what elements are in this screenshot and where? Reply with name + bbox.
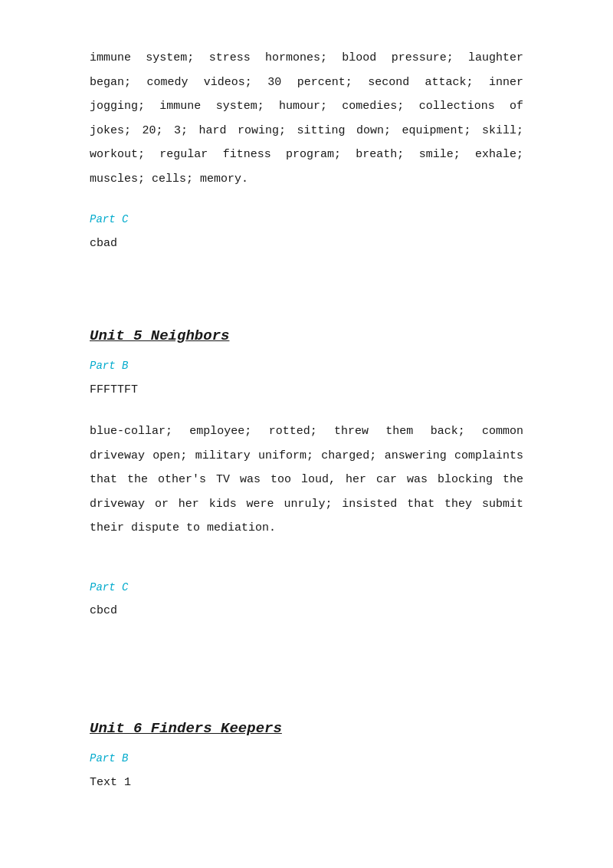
section1-part-label: Part C: [90, 209, 523, 230]
unit5-vocab-block: blue-collar; employee; rotted; threw the…: [90, 419, 523, 541]
intro-text: immune system; stress hormones; blood pr…: [90, 51, 523, 186]
unit5-partb-label: Part B: [90, 356, 523, 376]
section1-answer: cbad: [90, 233, 523, 255]
unit5-title: Unit 5 Neighbors: [90, 322, 523, 350]
intro-text-block: immune system; stress hormones; blood pr…: [90, 46, 523, 191]
unit5-tf-answer: FFFTTFT: [90, 380, 523, 402]
unit6-partb-answer: Text 1: [90, 772, 523, 794]
unit5-partc-answer: cbcd: [90, 600, 523, 623]
unit6-title: Unit 6 Finders Keepers: [90, 715, 523, 742]
unit5-partc-label: Part C: [90, 577, 523, 598]
unit5-vocab-text: blue-collar; employee; rotted; threw the…: [90, 425, 523, 534]
unit6-partb-label: Part B: [90, 748, 523, 769]
